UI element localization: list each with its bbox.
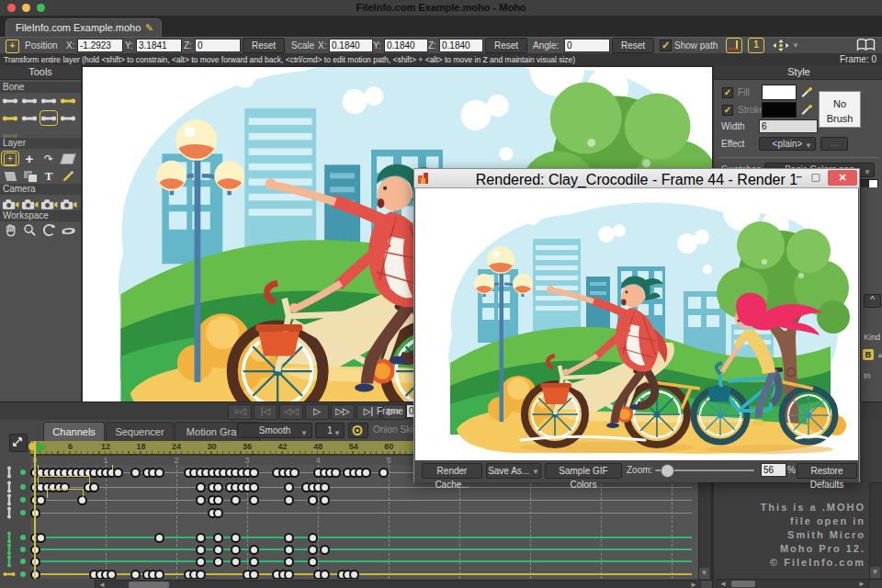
library-book-icon[interactable]	[856, 39, 876, 51]
shear-layer-tool[interactable]	[59, 151, 77, 166]
position-z-input[interactable]	[195, 39, 241, 52]
channel-enabled-dot[interactable]	[20, 484, 26, 490]
sample-gif-colors-button[interactable]: Sample GIF Colors	[545, 463, 622, 479]
rotate-bone-tool[interactable]	[40, 93, 58, 108]
keyframe[interactable]	[349, 570, 359, 579]
channel-enabled-dot[interactable]	[20, 510, 26, 515]
scale-bone-tool[interactable]	[59, 93, 77, 108]
keyframe[interactable]	[130, 468, 141, 478]
translate-bone-tool[interactable]	[20, 93, 39, 108]
rotate-workspace-tool[interactable]	[40, 222, 58, 238]
hscroll-thumb[interactable]	[129, 582, 169, 588]
keyframe[interactable]	[249, 557, 259, 567]
keyframe[interactable]	[196, 533, 206, 543]
playback-play-button[interactable]: ▷	[305, 404, 329, 420]
position-x-input[interactable]	[77, 39, 123, 52]
channel-enabled-dot[interactable]	[20, 469, 26, 475]
pen-tool[interactable]	[59, 168, 77, 184]
zoom-percent-input[interactable]	[761, 463, 786, 477]
flip-layer-tool[interactable]	[1, 168, 19, 184]
scale-reset-button[interactable]: Reset	[485, 38, 527, 53]
flip-layer-icon[interactable]	[726, 38, 742, 53]
keyframe[interactable]	[249, 495, 259, 505]
keyframe[interactable]	[284, 482, 294, 492]
bone-layer-badge[interactable]: B	[863, 349, 874, 360]
document-tab[interactable]: FileInfo.com Example.moho ✎	[6, 18, 162, 38]
keyframe[interactable]	[320, 570, 330, 579]
keyframe[interactable]	[36, 495, 46, 505]
playhead-line[interactable]	[34, 441, 36, 579]
channel-enabled-dot[interactable]	[20, 547, 26, 552]
restore-defaults-button[interactable]: Restore Defaults	[797, 463, 857, 479]
right-hscroll-thumb[interactable]	[731, 581, 755, 587]
playback-step-forward-button[interactable]: ▷▷	[331, 404, 355, 420]
save-as-button[interactable]: Save As... ▼	[486, 463, 541, 479]
keyframe[interactable]	[284, 570, 294, 579]
keyframe[interactable]	[284, 533, 294, 543]
channel-bone-icon[interactable]	[2, 567, 17, 582]
keyframe[interactable]	[249, 482, 259, 492]
keyframe[interactable]	[213, 557, 223, 567]
move-tool-caret-icon[interactable]: ▼	[792, 41, 799, 50]
timeline-hscrollbar[interactable]: ◄ ►	[95, 580, 701, 588]
reparent-bone-tool[interactable]	[20, 110, 39, 126]
keyframe[interactable]	[154, 570, 164, 579]
sort-caret-icon[interactable]: ▲	[876, 351, 882, 359]
keyframe[interactable]	[308, 495, 318, 505]
keyframe[interactable]	[213, 508, 223, 518]
keyframe[interactable]	[331, 468, 341, 478]
right-scroll-left-icon[interactable]: ◄	[718, 580, 729, 588]
zoom-camera-tool[interactable]	[20, 196, 39, 211]
playhead-marker-icon[interactable]	[37, 442, 47, 453]
keyframe[interactable]	[249, 468, 259, 478]
channel-enabled-dot[interactable]	[20, 559, 26, 564]
stroke-color-swatch[interactable]	[762, 102, 797, 118]
keyframe[interactable]	[320, 495, 330, 505]
keyframe[interactable]	[196, 482, 206, 492]
keyframe[interactable]	[113, 468, 123, 478]
timeline-expand-icon[interactable]	[9, 434, 28, 452]
keyframe[interactable]	[379, 468, 389, 478]
show-path-checkbox[interactable]: ✓	[660, 40, 672, 51]
keyframe[interactable]	[320, 545, 330, 555]
stroke-eyedropper-icon[interactable]	[800, 102, 813, 115]
scale-z-input[interactable]	[439, 39, 483, 52]
collapse-panel-button[interactable]: ^	[864, 294, 881, 308]
add-bone-tool[interactable]	[1, 110, 19, 126]
channel-bone-icon[interactable]	[2, 505, 17, 520]
keyframe[interactable]	[130, 570, 141, 579]
fill-checkbox[interactable]: ✓	[722, 87, 733, 98]
edit-pencil-icon[interactable]: ✎	[145, 22, 153, 34]
layer-doc-icon[interactable]: +	[6, 40, 19, 53]
keyframe[interactable]	[213, 545, 223, 555]
scale-y-input[interactable]	[384, 39, 428, 52]
scroll-right-icon[interactable]: ►	[688, 581, 699, 588]
keyframe[interactable]	[289, 468, 300, 478]
transform-bone-tool[interactable]	[1, 93, 19, 108]
keyframe[interactable]	[284, 545, 294, 555]
set-origin-tool[interactable]: +	[20, 151, 39, 166]
keyframe[interactable]	[213, 482, 223, 492]
scroll-down-icon[interactable]: ▼	[699, 568, 709, 579]
keyframe[interactable]	[154, 533, 164, 543]
scroll-left-icon[interactable]: ◄	[96, 581, 107, 588]
render-cache-button[interactable]: Render Cache...	[422, 463, 482, 479]
zoom-workspace-tool[interactable]	[20, 222, 39, 238]
stack-layers-tool[interactable]	[20, 168, 39, 184]
keyframe[interactable]	[213, 533, 223, 543]
playback-step-back-button[interactable]: ◁◁	[279, 404, 303, 420]
keyframe[interactable]	[196, 495, 206, 505]
interpolation-dropdown[interactable]: Smooth ▼	[237, 423, 312, 438]
timeline-tab-channels[interactable]: Channels	[43, 422, 105, 441]
channel-enabled-dot[interactable]	[20, 497, 26, 503]
pan-tilt-camera-tool[interactable]	[59, 196, 77, 211]
keyframe[interactable]	[89, 482, 99, 492]
keyframe[interactable]	[231, 495, 241, 505]
angle-reset-button[interactable]: Reset	[612, 38, 654, 53]
effect-more-button[interactable]: ...	[820, 137, 848, 151]
keyframe[interactable]	[107, 570, 117, 579]
width-input[interactable]	[759, 119, 818, 133]
rotate-layer-tool[interactable]: ↷	[40, 151, 58, 166]
position-y-input[interactable]	[136, 39, 182, 52]
keyframe[interactable]	[361, 468, 371, 478]
